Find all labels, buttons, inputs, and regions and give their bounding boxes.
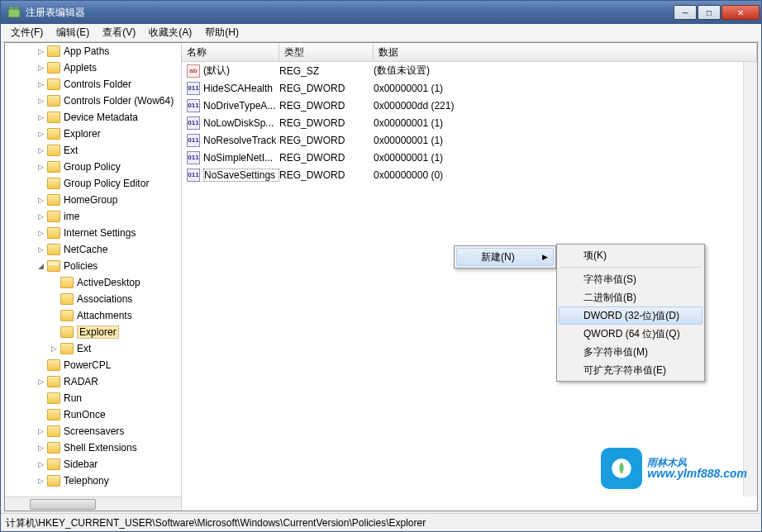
- expand-icon[interactable]: ▷: [36, 163, 45, 172]
- list-panel[interactable]: 名称 类型 数据 ab(默认)REG_SZ(数值未设置)011HideSCAHe…: [182, 43, 757, 511]
- list-row[interactable]: 011NoResolveTrackREG_DWORD0x00000001 (1): [182, 131, 757, 149]
- folder-icon: [60, 310, 74, 321]
- submenu-arrow-icon: ▶: [542, 253, 548, 261]
- expand-icon[interactable]: ▷: [36, 113, 45, 122]
- ctx-new-qword[interactable]: QWORD (64 位)值(Q): [559, 325, 702, 343]
- expand-icon[interactable]: ▷: [36, 378, 45, 387]
- list-row[interactable]: ab(默认)REG_SZ(数值未设置): [182, 62, 757, 79]
- cell-data: 0x00000001 (1): [374, 117, 757, 129]
- expand-icon[interactable]: [36, 179, 45, 188]
- tree-item-label: Applets: [64, 62, 97, 74]
- tree-item[interactable]: Associations: [5, 291, 181, 307]
- tree-item[interactable]: Attachments: [5, 307, 181, 324]
- tree-item[interactable]: ▷Group Policy: [5, 159, 181, 175]
- expand-icon[interactable]: ▷: [36, 245, 45, 254]
- expand-icon[interactable]: [36, 394, 45, 403]
- scrollbar-thumb[interactable]: [30, 499, 96, 510]
- close-button[interactable]: ✕: [722, 5, 760, 20]
- expand-icon[interactable]: ▷: [36, 130, 45, 139]
- expand-icon[interactable]: [50, 278, 59, 287]
- list-row[interactable]: 011NoDriveTypeA...REG_DWORD0x000000dd (2…: [182, 97, 757, 114]
- tree-item[interactable]: ◢Policies: [5, 258, 181, 274]
- client-area: ▷App Paths▷Applets▷Controls Folder▷Contr…: [4, 42, 758, 511]
- expand-icon[interactable]: ▷: [36, 80, 45, 89]
- tree-item[interactable]: ▷RADAR: [5, 373, 181, 390]
- ctx-new-multi[interactable]: 多字符串值(M): [559, 343, 702, 361]
- titlebar[interactable]: 注册表编辑器 ─ □ ✕: [1, 1, 761, 24]
- expand-icon[interactable]: ◢: [36, 262, 45, 271]
- ctx-new-binary[interactable]: 二进制值(B): [559, 288, 702, 306]
- menu-file[interactable]: 文件(F): [4, 24, 50, 41]
- tree-item[interactable]: ▷Ext: [5, 142, 181, 159]
- tree-item[interactable]: ▷NetCache: [5, 241, 181, 258]
- folder-icon: [60, 343, 74, 354]
- expand-icon[interactable]: ▷: [36, 47, 45, 56]
- tree-item[interactable]: ActiveDesktop: [5, 274, 181, 291]
- tree-item[interactable]: ▷Telephony: [5, 473, 181, 489]
- tree-item[interactable]: ▷Controls Folder: [5, 76, 181, 93]
- maximize-button[interactable]: □: [698, 5, 721, 20]
- expand-icon[interactable]: ▷: [36, 64, 45, 73]
- tree-item[interactable]: Run: [5, 390, 181, 406]
- list-row[interactable]: 011NoSaveSettingsREG_DWORD0x00000000 (0): [182, 166, 757, 183]
- tree-item-label: Sidebar: [64, 458, 98, 470]
- col-header-type[interactable]: 类型: [279, 43, 374, 61]
- tree-item[interactable]: ▷Explorer: [5, 126, 181, 142]
- col-header-data[interactable]: 数据: [374, 43, 757, 61]
- col-header-name[interactable]: 名称: [182, 43, 279, 61]
- ctx-new[interactable]: 新建(N)▶: [456, 248, 554, 266]
- app-icon: [7, 6, 21, 19]
- folder-icon: [47, 161, 60, 173]
- tree-item[interactable]: ▷HomeGroup: [5, 192, 181, 208]
- menu-help[interactable]: 帮助(H): [198, 24, 245, 41]
- tree-hscrollbar[interactable]: [5, 496, 181, 511]
- menu-separator: [560, 267, 701, 268]
- expand-icon[interactable]: ▷: [36, 477, 45, 486]
- expand-icon[interactable]: [50, 295, 59, 304]
- tree-item[interactable]: RunOnce: [5, 406, 181, 423]
- folder-icon: [47, 475, 60, 487]
- expand-icon[interactable]: ▷: [36, 427, 45, 436]
- expand-icon[interactable]: [36, 411, 45, 420]
- tree-item[interactable]: Group Policy Editor: [5, 175, 181, 192]
- tree-item[interactable]: PowerCPL: [5, 357, 181, 373]
- tree-panel[interactable]: ▷App Paths▷Applets▷Controls Folder▷Contr…: [5, 43, 182, 511]
- expand-icon[interactable]: ▷: [36, 97, 45, 106]
- submenu-new: 项(K) 字符串值(S) 二进制值(B) DWORD (32-位)值(D) QW…: [556, 244, 705, 382]
- tree-item[interactable]: ▷Sidebar: [5, 456, 181, 473]
- list-row[interactable]: 011NoSimpleNetI...REG_DWORD0x00000001 (1…: [182, 149, 757, 166]
- cell-data: 0x00000001 (1): [374, 83, 757, 94]
- menu-favorites[interactable]: 收藏夹(A): [142, 24, 198, 41]
- tree-item[interactable]: ▷Screensavers: [5, 423, 181, 439]
- tree-item[interactable]: ▷ime: [5, 208, 181, 225]
- watermark-logo-icon: [601, 448, 642, 489]
- list-vscrollbar[interactable]: [743, 62, 757, 496]
- list-row[interactable]: 011NoLowDiskSp...REG_DWORD0x00000001 (1): [182, 114, 757, 131]
- expand-icon[interactable]: [50, 311, 59, 321]
- ctx-new-expand[interactable]: 可扩充字符串值(E): [559, 361, 702, 379]
- expand-icon[interactable]: ▷: [36, 229, 45, 238]
- tree-item[interactable]: ▷Shell Extensions: [5, 439, 181, 456]
- tree-item[interactable]: Explorer: [5, 324, 181, 340]
- expand-icon[interactable]: ▷: [36, 212, 45, 221]
- list-row[interactable]: 011HideSCAHealthREG_DWORD0x00000001 (1): [182, 79, 757, 97]
- ctx-new-key[interactable]: 项(K): [559, 246, 702, 264]
- expand-icon[interactable]: [50, 328, 59, 337]
- expand-icon[interactable]: ▷: [36, 146, 45, 155]
- tree-item[interactable]: ▷Controls Folder (Wow64): [5, 93, 181, 109]
- tree-item[interactable]: ▷App Paths: [5, 43, 181, 59]
- tree-item[interactable]: ▷Applets: [5, 59, 181, 76]
- ctx-new-string[interactable]: 字符串值(S): [559, 270, 702, 288]
- menu-view[interactable]: 查看(V): [96, 24, 142, 41]
- minimize-button[interactable]: ─: [674, 5, 697, 20]
- expand-icon[interactable]: ▷: [36, 444, 45, 453]
- expand-icon[interactable]: ▷: [50, 344, 59, 354]
- expand-icon[interactable]: ▷: [36, 196, 45, 205]
- expand-icon[interactable]: [36, 361, 45, 370]
- ctx-new-dword[interactable]: DWORD (32-位)值(D): [559, 306, 702, 325]
- menu-edit[interactable]: 编辑(E): [50, 24, 96, 41]
- expand-icon[interactable]: ▷: [36, 460, 45, 469]
- tree-item[interactable]: ▷Device Metadata: [5, 109, 181, 126]
- tree-item[interactable]: ▷Ext: [5, 340, 181, 357]
- tree-item[interactable]: ▷Internet Settings: [5, 225, 181, 241]
